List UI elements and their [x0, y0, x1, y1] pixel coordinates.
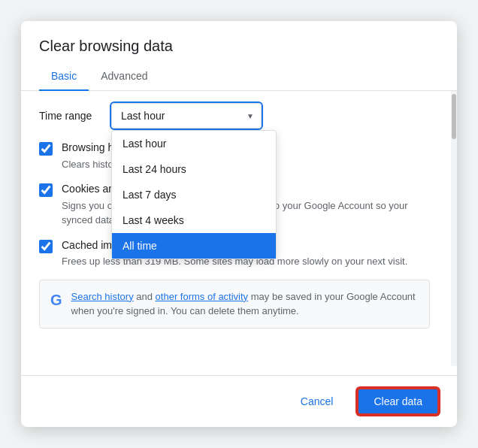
time-range-row: Time range Last hour ▼ Last hour Last 24… — [39, 103, 430, 129]
clear-data-button[interactable]: Clear data — [357, 388, 439, 415]
scrollbar-thumb — [452, 94, 456, 139]
cookies-checkbox[interactable] — [39, 183, 53, 197]
dropdown-option-all-time[interactable]: All time — [112, 233, 276, 259]
time-range-dropdown: Last hour Last 24 hours Last 7 days Last… — [111, 130, 277, 259]
tabs-container: Basic Advanced — [21, 62, 457, 91]
dropdown-option-last-24[interactable]: Last 24 hours — [112, 156, 276, 182]
scrollbar[interactable] — [451, 91, 457, 366]
dialog-footer: Cancel Clear data — [21, 375, 457, 427]
other-forms-link[interactable]: other forms of activity — [156, 291, 249, 302]
cached-checkbox[interactable] — [39, 240, 53, 253]
and-text: and — [134, 291, 156, 302]
time-range-label: Time range — [39, 110, 99, 122]
google-g-icon: G — [50, 289, 62, 310]
tab-advanced[interactable]: Advanced — [89, 62, 159, 91]
google-info-box: G Search history and other forms of acti… — [39, 280, 430, 328]
dialog-content: Time range Last hour ▼ Last hour Last 24… — [21, 91, 457, 366]
search-history-link[interactable]: Search history — [71, 291, 134, 302]
dialog-title: Clear browsing data — [21, 21, 457, 62]
browsing-history-checkbox[interactable] — [39, 142, 53, 156]
info-box-text: Search history and other forms of activi… — [71, 289, 419, 319]
dropdown-option-last-7[interactable]: Last 7 days — [112, 182, 276, 207]
cancel-button[interactable]: Cancel — [286, 389, 349, 413]
dropdown-arrow-icon: ▼ — [247, 112, 254, 120]
time-range-select[interactable]: Last hour ▼ — [111, 103, 262, 129]
dropdown-option-last-4[interactable]: Last 4 weeks — [112, 207, 276, 233]
clear-browsing-data-dialog: Clear browsing data Basic Advanced Time … — [21, 21, 457, 427]
dropdown-option-last-hour[interactable]: Last hour — [112, 131, 276, 156]
time-range-select-wrapper: Last hour ▼ Last hour Last 24 hours Last… — [111, 103, 262, 129]
tab-basic[interactable]: Basic — [39, 62, 89, 91]
